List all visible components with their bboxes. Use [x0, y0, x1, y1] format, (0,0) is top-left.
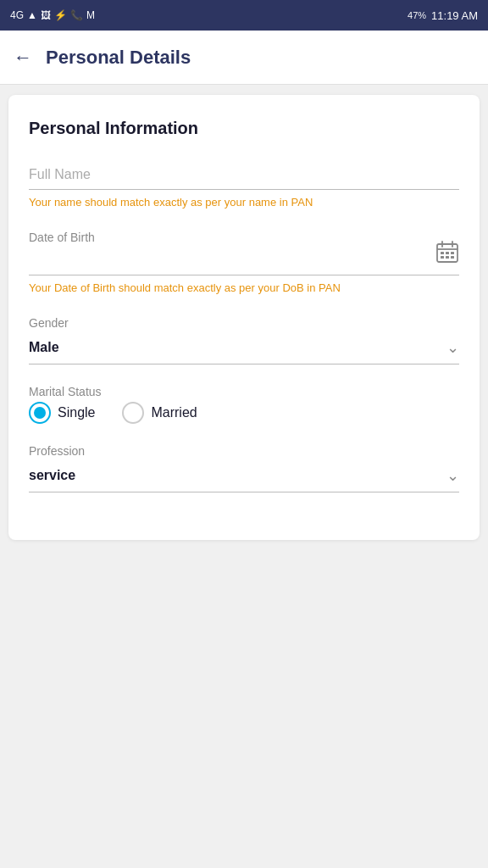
radio-married[interactable]: Married: [122, 402, 197, 424]
image-icon: 🖼: [41, 9, 51, 21]
svg-rect-7: [441, 256, 444, 259]
radio-single[interactable]: Single: [29, 402, 95, 424]
marital-status-label: Marital Status: [29, 385, 459, 398]
status-right: 47% 11:19 AM: [408, 9, 478, 22]
dob-group: Date of Birth: [29, 231, 459, 296]
profession-value: service: [29, 468, 446, 483]
svg-rect-9: [451, 256, 454, 259]
full-name-group: Your name should match exactly as per yo…: [29, 162, 459, 210]
dob-hint: Your Date of Birth should match exactly …: [29, 281, 459, 296]
radio-label-single: Single: [58, 405, 95, 420]
gender-chevron-icon: ⌄: [446, 338, 459, 357]
clock: 11:19 AM: [431, 9, 478, 22]
main-content: Personal Information Your name should ma…: [0, 85, 488, 550]
signal-icon: ▲: [27, 9, 37, 21]
app-bar: ← Personal Details: [0, 31, 488, 85]
profession-label: Profession: [29, 444, 459, 458]
svg-rect-8: [446, 256, 449, 259]
radio-circle-single: [29, 402, 51, 424]
gender-value: Male: [29, 340, 446, 355]
svg-rect-4: [441, 252, 444, 254]
gmail-icon: M: [86, 9, 95, 21]
full-name-hint: Your name should match exactly as per yo…: [29, 195, 459, 210]
section-title: Personal Information: [29, 119, 459, 138]
page-title: Personal Details: [46, 47, 191, 69]
marital-status-radio-group: Single Married: [29, 402, 459, 424]
status-bar: 4G ▲ 🖼 ⚡ 📞 M 47% 11:19 AM: [0, 0, 488, 31]
network-4g-icon: 4G: [10, 9, 24, 21]
gender-label: Gender: [29, 316, 459, 330]
radio-circle-married: [122, 402, 144, 424]
profession-dropdown[interactable]: service ⌄: [29, 461, 459, 492]
battery-percent: 47%: [408, 10, 426, 20]
gender-dropdown[interactable]: Male ⌄: [29, 333, 459, 364]
profession-chevron-icon: ⌄: [446, 466, 459, 485]
flash-icon: ⚡: [54, 9, 67, 21]
status-icons: 4G ▲ 🖼 ⚡ 📞 M: [10, 9, 95, 21]
full-name-input[interactable]: [29, 162, 459, 190]
personal-info-card: Personal Information Your name should ma…: [8, 95, 480, 540]
phone-icon: 📞: [70, 9, 83, 21]
radio-label-married: Married: [151, 405, 197, 420]
dob-input[interactable]: [29, 248, 459, 275]
marital-status-group: Marital Status Single Married: [29, 385, 459, 424]
dob-field-wrapper: [29, 248, 459, 275]
dob-label: Date of Birth: [29, 231, 459, 244]
battery-indicator: 47%: [408, 10, 426, 20]
profession-group: Profession service ⌄: [29, 444, 459, 492]
back-button[interactable]: ←: [14, 48, 32, 67]
svg-rect-5: [446, 252, 449, 254]
gender-group: Gender Male ⌄: [29, 316, 459, 364]
svg-rect-6: [451, 252, 454, 254]
radio-inner-single: [34, 407, 46, 419]
calendar-icon[interactable]: [435, 240, 459, 269]
